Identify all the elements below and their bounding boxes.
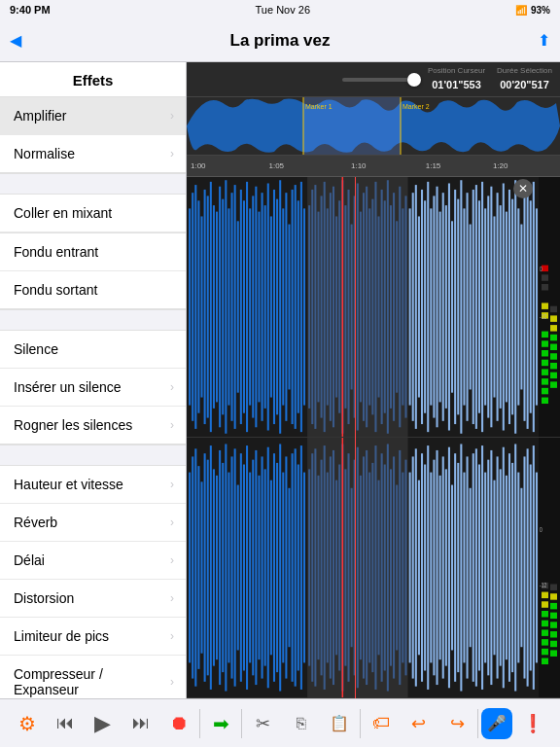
svg-rect-86 <box>427 182 429 432</box>
svg-rect-247 <box>484 473 486 663</box>
svg-rect-130 <box>542 340 548 346</box>
paste-button[interactable]: 📋 <box>322 706 357 741</box>
arrow-right-button[interactable]: ➡ <box>203 706 238 741</box>
fondu-sortant-label: Fondu sortant <box>14 282 97 298</box>
effects-item-normalise[interactable]: Normalise › <box>0 135 186 172</box>
play-button[interactable]: ▶ <box>86 706 121 741</box>
svg-rect-233 <box>442 456 444 678</box>
svg-rect-126 <box>542 378 548 384</box>
effects-item-coller[interactable]: Coller en mixant <box>0 195 186 232</box>
svg-rect-13 <box>204 190 206 424</box>
fast-forward-button[interactable]: ⏭ <box>123 706 158 741</box>
svg-rect-251 <box>497 456 499 678</box>
track-1[interactable]: 0 -12 <box>187 177 560 438</box>
close-button[interactable]: ✕ <box>513 179 533 198</box>
effects-item-distorsion[interactable]: Distorsion › <box>0 580 186 618</box>
svg-rect-47 <box>308 205 310 409</box>
svg-rect-39 <box>282 208 284 405</box>
svg-rect-153 <box>197 466 199 669</box>
svg-rect-159 <box>216 476 218 659</box>
svg-rect-29 <box>252 196 254 417</box>
svg-text:Marker 1: Marker 1 <box>305 103 332 110</box>
record-button[interactable]: ⏺ <box>161 706 196 741</box>
waveform-area: Position Curseur 01'01"553 Durée Sélecti… <box>187 62 560 698</box>
settings-button[interactable]: ⚙ <box>10 706 45 741</box>
svg-rect-68 <box>371 199 373 415</box>
svg-rect-55 <box>332 187 334 428</box>
svg-rect-202 <box>347 453 349 682</box>
copy-button[interactable]: ⎘ <box>284 706 319 741</box>
toolbar: ⚙ ⏮ ▶ ⏭ ⏺ ➡ ✂ ⎘ 📋 🏷 ↩ ↪ 🎤 ❗ <box>0 698 560 747</box>
svg-rect-237 <box>454 453 456 682</box>
svg-rect-186 <box>298 465 299 671</box>
svg-rect-229 <box>430 473 432 663</box>
svg-rect-38 <box>279 180 281 434</box>
svg-rect-238 <box>457 463 459 672</box>
back-button[interactable]: ◀ <box>10 31 21 50</box>
svg-rect-199 <box>338 465 340 671</box>
svg-rect-22 <box>231 193 233 421</box>
effects-item-rogner[interactable]: Rogner les silences › <box>0 407 186 444</box>
effects-item-reverb[interactable]: Réverb › <box>0 504 186 542</box>
svg-rect-180 <box>279 444 281 691</box>
svg-rect-99 <box>467 193 469 421</box>
alert-button[interactable]: ❗ <box>515 706 550 741</box>
svg-rect-213 <box>381 453 383 682</box>
mic-button[interactable]: 🎤 <box>481 708 512 739</box>
effects-item-delai[interactable]: Délai › <box>0 542 186 580</box>
cursor-block: Position Curseur 01'01"553 <box>428 66 485 92</box>
effects-item-fondu-sortant[interactable]: Fondu sortant <box>0 271 186 308</box>
svg-rect-14 <box>207 196 209 417</box>
svg-rect-248 <box>487 460 489 676</box>
svg-rect-224 <box>415 448 417 686</box>
svg-rect-15 <box>210 182 212 432</box>
ruler-mark-120: 1:20 <box>493 161 508 170</box>
svg-rect-244 <box>475 448 477 686</box>
svg-rect-53 <box>327 208 329 405</box>
svg-rect-160 <box>219 450 221 685</box>
position-slider[interactable] <box>342 78 420 82</box>
effects-item-amplifier[interactable]: Amplifier › <box>0 97 186 135</box>
effects-item-fondu-entrant[interactable]: Fondu entrant <box>0 233 186 271</box>
effects-item-inserer[interactable]: Insérer un silence › <box>0 369 186 407</box>
svg-rect-239 <box>460 444 462 691</box>
share-button[interactable]: ⬆ <box>538 31 550 50</box>
svg-rect-178 <box>273 453 275 682</box>
svg-rect-144 <box>550 315 557 321</box>
track-2[interactable]: 0 -12 <box>187 438 560 698</box>
effects-item-silence[interactable]: Silence <box>0 331 186 369</box>
reverb-label: Réverb <box>14 515 57 530</box>
effects-item-limiteur[interactable]: Limiteur de pics › <box>0 618 186 656</box>
svg-rect-269 <box>542 629 548 635</box>
svg-rect-252 <box>500 469 502 665</box>
distorsion-chevron: › <box>170 591 174 605</box>
svg-rect-156 <box>207 460 209 676</box>
svg-rect-262 <box>530 465 532 671</box>
svg-rect-98 <box>463 208 465 405</box>
cursor-label: Position Curseur <box>428 66 485 75</box>
reverb-chevron: › <box>170 516 174 529</box>
svg-rect-158 <box>213 469 215 665</box>
svg-rect-191 <box>314 448 316 686</box>
redo-button[interactable]: ↪ <box>439 706 474 741</box>
scissors-button[interactable]: ✂ <box>245 706 280 741</box>
svg-rect-35 <box>270 216 272 397</box>
tracks-container[interactable]: ✕ <box>187 177 560 698</box>
svg-rect-195 <box>327 473 329 663</box>
hauteur-label: Hauteur et vitesse <box>14 477 123 492</box>
bookmark-button[interactable]: 🏷 <box>364 706 399 741</box>
svg-rect-192 <box>317 476 319 659</box>
undo-button[interactable]: ↩ <box>402 706 437 741</box>
effects-item-hauteur[interactable]: Hauteur et vitesse › <box>0 466 186 504</box>
svg-rect-234 <box>445 469 447 665</box>
amplifier-chevron: › <box>170 109 174 123</box>
effects-item-compresseur[interactable]: Compresseur / Expanseur › <box>0 656 186 698</box>
svg-rect-133 <box>542 302 548 308</box>
svg-rect-171 <box>252 460 254 676</box>
rewind-button[interactable]: ⏮ <box>48 706 83 741</box>
rogner-chevron: › <box>170 418 174 432</box>
overview-waveform[interactable]: Marker 1 Marker 2 <box>187 97 560 156</box>
svg-rect-241 <box>467 456 469 678</box>
svg-rect-81 <box>412 193 414 421</box>
compresseur-label: Compresseur / Expanseur <box>14 666 170 697</box>
